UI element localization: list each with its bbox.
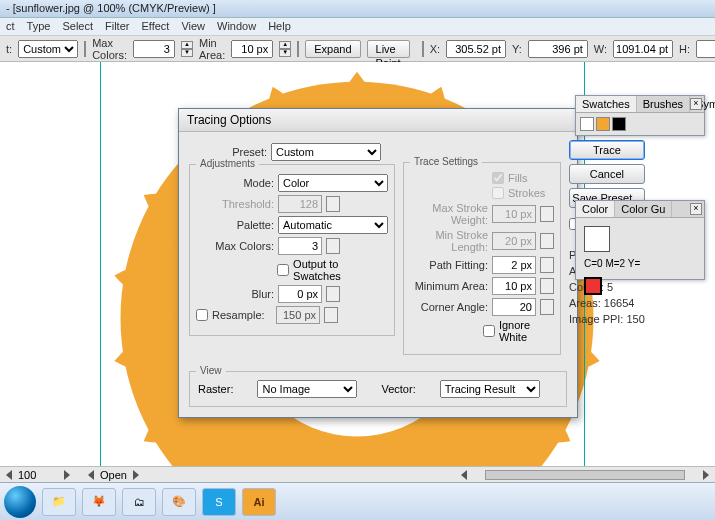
- cancel-button[interactable]: Cancel: [569, 164, 645, 184]
- menu-item[interactable]: Select: [62, 20, 93, 33]
- start-button[interactable]: [4, 486, 36, 518]
- blur-label: Blur:: [196, 288, 274, 300]
- vector-select[interactable]: Tracing Result: [440, 380, 540, 398]
- threshold-input: [278, 195, 322, 213]
- tab-swatches[interactable]: Swatches: [576, 96, 637, 112]
- zoom-out-icon[interactable]: [6, 470, 12, 480]
- blur-input[interactable]: [278, 285, 322, 303]
- maxcolors-stepper[interactable]: ▲▼: [181, 41, 193, 57]
- scroll-left-icon[interactable]: [461, 470, 467, 480]
- minsl-input: [492, 232, 536, 250]
- stroke-swatch[interactable]: [584, 277, 602, 295]
- menu-item[interactable]: Filter: [105, 20, 129, 33]
- maxcolors-input[interactable]: [133, 40, 175, 58]
- menu-item[interactable]: Help: [268, 20, 291, 33]
- maxcolors-label: Max Colors:: [92, 37, 127, 61]
- minarea-input[interactable]: [231, 40, 273, 58]
- output-swatches-checkbox[interactable]: [277, 264, 289, 276]
- output-swatches-label: Output to Swatches: [293, 258, 388, 282]
- preset-select[interactable]: Custom: [271, 143, 381, 161]
- guide-vertical[interactable]: [100, 62, 101, 466]
- taskbar-firefox-icon[interactable]: 🦊: [82, 488, 116, 516]
- close-icon[interactable]: ×: [690, 98, 702, 110]
- h-input[interactable]: [696, 40, 715, 58]
- raster-select[interactable]: No Image: [257, 380, 357, 398]
- taskbar-illustrator-icon[interactable]: Ai: [242, 488, 276, 516]
- vector-label: Vector:: [381, 383, 415, 395]
- menu-bar: ct Type Select Filter Effect View Window…: [0, 18, 715, 36]
- menu-item[interactable]: ct: [6, 20, 15, 33]
- scroll-right-icon[interactable]: [703, 470, 709, 480]
- zoom-input[interactable]: [18, 469, 58, 481]
- status-bar: Open: [0, 466, 715, 482]
- arrow-icon: [540, 233, 554, 249]
- arrow-icon[interactable]: [540, 278, 554, 294]
- y-label: Y:: [512, 43, 522, 55]
- maxcolors-menu-icon[interactable]: [326, 238, 340, 254]
- taskbar-folder-icon[interactable]: 🗂: [122, 488, 156, 516]
- corner-input[interactable]: [492, 298, 536, 316]
- zoom-in-icon[interactable]: [64, 470, 70, 480]
- minarea-label: Minimum Area:: [410, 280, 488, 292]
- y-input[interactable]: [528, 40, 588, 58]
- taskbar-paint-icon[interactable]: 🎨: [162, 488, 196, 516]
- status-tool: Open: [100, 469, 127, 481]
- x-label: X:: [430, 43, 440, 55]
- x-input[interactable]: [446, 40, 506, 58]
- close-icon[interactable]: ×: [690, 203, 702, 215]
- minarea-input[interactable]: [492, 277, 536, 295]
- ignorewhite-checkbox[interactable]: [483, 325, 495, 337]
- minarea-stepper[interactable]: ▲▼: [279, 41, 291, 57]
- maxcolors-label: Max Colors:: [196, 240, 274, 252]
- w-input[interactable]: [613, 40, 673, 58]
- pathfit-input[interactable]: [492, 256, 536, 274]
- maxcolors-input[interactable]: [278, 237, 322, 255]
- preset-select[interactable]: Custom: [18, 40, 78, 58]
- menu-item[interactable]: Window: [217, 20, 256, 33]
- tab-color-guide[interactable]: Color Gu: [615, 201, 672, 217]
- taskbar-skype-icon[interactable]: S: [202, 488, 236, 516]
- tab-color[interactable]: Color: [576, 201, 615, 217]
- transform-ref-icon[interactable]: [422, 41, 424, 57]
- resample-input: [276, 306, 320, 324]
- swatch[interactable]: [580, 117, 594, 131]
- swatch[interactable]: [612, 117, 626, 131]
- palette-label: Palette:: [196, 219, 274, 231]
- options-bar: t: Custom Max Colors: ▲▼ Min Area: ▲▼ Ex…: [0, 36, 715, 62]
- preset-label: t:: [6, 43, 12, 55]
- strokes-label: Strokes: [508, 187, 545, 199]
- menu-item[interactable]: View: [181, 20, 205, 33]
- preset-label: Preset:: [189, 146, 267, 158]
- minarea-menu-icon[interactable]: [297, 41, 299, 57]
- mode-label: Mode:: [196, 177, 274, 189]
- palette-select[interactable]: Automatic: [278, 216, 388, 234]
- minsl-label: Min Stroke Length:: [410, 229, 488, 253]
- swatch[interactable]: [596, 117, 610, 131]
- threshold-label: Threshold:: [196, 198, 274, 210]
- preset-menu-icon[interactable]: [84, 41, 86, 57]
- next-icon[interactable]: [133, 470, 139, 480]
- expand-button[interactable]: Expand: [305, 40, 360, 58]
- color-panel: × Color Color Gu C=0 M=2 Y=: [575, 200, 705, 280]
- arrow-icon[interactable]: [540, 299, 554, 315]
- arrow-icon[interactable]: [540, 257, 554, 273]
- trace-button[interactable]: Trace: [569, 140, 645, 160]
- prev-icon[interactable]: [88, 470, 94, 480]
- resample-checkbox[interactable]: [196, 309, 208, 321]
- ignorewhite-label: Ignore White: [499, 319, 554, 343]
- tab-brushes[interactable]: Brushes: [637, 96, 690, 112]
- fill-swatch[interactable]: [584, 226, 610, 252]
- w-label: W:: [594, 43, 607, 55]
- threshold-menu-icon: [326, 196, 340, 212]
- pathfit-label: Path Fitting:: [410, 259, 488, 271]
- scrollbar-horizontal[interactable]: [485, 470, 685, 480]
- menu-item[interactable]: Effect: [141, 20, 169, 33]
- mode-select[interactable]: Color: [278, 174, 388, 192]
- menu-item[interactable]: Type: [27, 20, 51, 33]
- livepaint-button[interactable]: Live Paint: [367, 40, 410, 58]
- blur-menu-icon[interactable]: [326, 286, 340, 302]
- resample-menu-icon: [324, 307, 338, 323]
- trace-settings-legend: Trace Settings: [410, 156, 482, 167]
- window-titlebar: - [sunflower.jpg @ 100% (CMYK/Preview) ]: [0, 0, 715, 18]
- taskbar-explorer-icon[interactable]: 📁: [42, 488, 76, 516]
